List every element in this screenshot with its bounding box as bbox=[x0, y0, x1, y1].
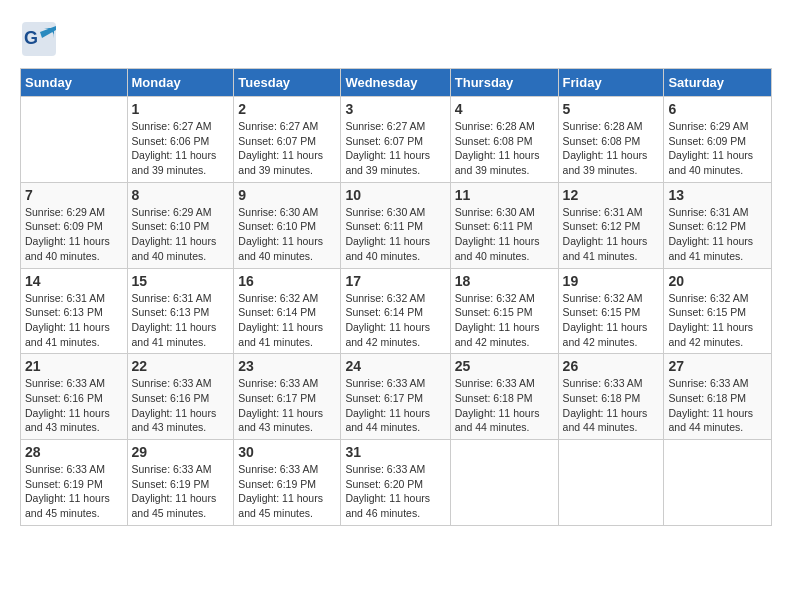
day-number: 18 bbox=[455, 273, 554, 289]
day-info: Sunrise: 6:33 AMSunset: 6:18 PMDaylight:… bbox=[668, 376, 767, 435]
calendar-cell: 24Sunrise: 6:33 AMSunset: 6:17 PMDayligh… bbox=[341, 354, 450, 440]
calendar-cell bbox=[558, 440, 664, 526]
calendar-cell: 29Sunrise: 6:33 AMSunset: 6:19 PMDayligh… bbox=[127, 440, 234, 526]
day-info: Sunrise: 6:28 AMSunset: 6:08 PMDaylight:… bbox=[563, 119, 660, 178]
calendar-cell: 3Sunrise: 6:27 AMSunset: 6:07 PMDaylight… bbox=[341, 97, 450, 183]
day-number: 13 bbox=[668, 187, 767, 203]
calendar-cell: 2Sunrise: 6:27 AMSunset: 6:07 PMDaylight… bbox=[234, 97, 341, 183]
day-info: Sunrise: 6:29 AMSunset: 6:09 PMDaylight:… bbox=[25, 205, 123, 264]
weekday-header-sunday: Sunday bbox=[21, 69, 128, 97]
day-info: Sunrise: 6:33 AMSunset: 6:19 PMDaylight:… bbox=[132, 462, 230, 521]
day-info: Sunrise: 6:31 AMSunset: 6:13 PMDaylight:… bbox=[25, 291, 123, 350]
day-number: 1 bbox=[132, 101, 230, 117]
day-info: Sunrise: 6:32 AMSunset: 6:14 PMDaylight:… bbox=[345, 291, 445, 350]
day-number: 11 bbox=[455, 187, 554, 203]
calendar-cell: 25Sunrise: 6:33 AMSunset: 6:18 PMDayligh… bbox=[450, 354, 558, 440]
day-number: 8 bbox=[132, 187, 230, 203]
calendar-cell: 10Sunrise: 6:30 AMSunset: 6:11 PMDayligh… bbox=[341, 182, 450, 268]
svg-text:G: G bbox=[24, 28, 38, 48]
calendar-cell bbox=[21, 97, 128, 183]
day-number: 5 bbox=[563, 101, 660, 117]
weekday-header-wednesday: Wednesday bbox=[341, 69, 450, 97]
day-number: 7 bbox=[25, 187, 123, 203]
day-number: 14 bbox=[25, 273, 123, 289]
day-number: 22 bbox=[132, 358, 230, 374]
calendar-cell: 6Sunrise: 6:29 AMSunset: 6:09 PMDaylight… bbox=[664, 97, 772, 183]
logo: G bbox=[20, 20, 58, 58]
day-info: Sunrise: 6:33 AMSunset: 6:16 PMDaylight:… bbox=[132, 376, 230, 435]
calendar-table: SundayMondayTuesdayWednesdayThursdayFrid… bbox=[20, 68, 772, 526]
day-info: Sunrise: 6:33 AMSunset: 6:18 PMDaylight:… bbox=[455, 376, 554, 435]
day-number: 24 bbox=[345, 358, 445, 374]
calendar-week-1: 1Sunrise: 6:27 AMSunset: 6:06 PMDaylight… bbox=[21, 97, 772, 183]
weekday-header-tuesday: Tuesday bbox=[234, 69, 341, 97]
calendar-cell: 23Sunrise: 6:33 AMSunset: 6:17 PMDayligh… bbox=[234, 354, 341, 440]
calendar-cell: 21Sunrise: 6:33 AMSunset: 6:16 PMDayligh… bbox=[21, 354, 128, 440]
day-info: Sunrise: 6:31 AMSunset: 6:12 PMDaylight:… bbox=[563, 205, 660, 264]
day-info: Sunrise: 6:28 AMSunset: 6:08 PMDaylight:… bbox=[455, 119, 554, 178]
day-info: Sunrise: 6:33 AMSunset: 6:16 PMDaylight:… bbox=[25, 376, 123, 435]
calendar-cell: 9Sunrise: 6:30 AMSunset: 6:10 PMDaylight… bbox=[234, 182, 341, 268]
day-info: Sunrise: 6:29 AMSunset: 6:10 PMDaylight:… bbox=[132, 205, 230, 264]
day-info: Sunrise: 6:30 AMSunset: 6:10 PMDaylight:… bbox=[238, 205, 336, 264]
calendar-cell: 13Sunrise: 6:31 AMSunset: 6:12 PMDayligh… bbox=[664, 182, 772, 268]
day-info: Sunrise: 6:31 AMSunset: 6:13 PMDaylight:… bbox=[132, 291, 230, 350]
day-info: Sunrise: 6:27 AMSunset: 6:07 PMDaylight:… bbox=[238, 119, 336, 178]
calendar-cell: 17Sunrise: 6:32 AMSunset: 6:14 PMDayligh… bbox=[341, 268, 450, 354]
day-number: 23 bbox=[238, 358, 336, 374]
day-info: Sunrise: 6:31 AMSunset: 6:12 PMDaylight:… bbox=[668, 205, 767, 264]
day-number: 17 bbox=[345, 273, 445, 289]
weekday-header-friday: Friday bbox=[558, 69, 664, 97]
day-info: Sunrise: 6:32 AMSunset: 6:15 PMDaylight:… bbox=[455, 291, 554, 350]
calendar-cell: 7Sunrise: 6:29 AMSunset: 6:09 PMDaylight… bbox=[21, 182, 128, 268]
calendar-cell: 4Sunrise: 6:28 AMSunset: 6:08 PMDaylight… bbox=[450, 97, 558, 183]
weekday-header-row: SundayMondayTuesdayWednesdayThursdayFrid… bbox=[21, 69, 772, 97]
calendar-cell bbox=[450, 440, 558, 526]
day-info: Sunrise: 6:30 AMSunset: 6:11 PMDaylight:… bbox=[455, 205, 554, 264]
day-number: 27 bbox=[668, 358, 767, 374]
day-info: Sunrise: 6:27 AMSunset: 6:07 PMDaylight:… bbox=[345, 119, 445, 178]
calendar-week-5: 28Sunrise: 6:33 AMSunset: 6:19 PMDayligh… bbox=[21, 440, 772, 526]
weekday-header-saturday: Saturday bbox=[664, 69, 772, 97]
day-number: 3 bbox=[345, 101, 445, 117]
weekday-header-monday: Monday bbox=[127, 69, 234, 97]
calendar-cell: 26Sunrise: 6:33 AMSunset: 6:18 PMDayligh… bbox=[558, 354, 664, 440]
day-info: Sunrise: 6:33 AMSunset: 6:20 PMDaylight:… bbox=[345, 462, 445, 521]
calendar-cell: 12Sunrise: 6:31 AMSunset: 6:12 PMDayligh… bbox=[558, 182, 664, 268]
day-info: Sunrise: 6:32 AMSunset: 6:15 PMDaylight:… bbox=[668, 291, 767, 350]
day-number: 31 bbox=[345, 444, 445, 460]
calendar-cell: 1Sunrise: 6:27 AMSunset: 6:06 PMDaylight… bbox=[127, 97, 234, 183]
day-number: 25 bbox=[455, 358, 554, 374]
day-number: 19 bbox=[563, 273, 660, 289]
day-info: Sunrise: 6:32 AMSunset: 6:14 PMDaylight:… bbox=[238, 291, 336, 350]
calendar-cell bbox=[664, 440, 772, 526]
calendar-cell: 14Sunrise: 6:31 AMSunset: 6:13 PMDayligh… bbox=[21, 268, 128, 354]
day-number: 16 bbox=[238, 273, 336, 289]
day-number: 9 bbox=[238, 187, 336, 203]
day-number: 6 bbox=[668, 101, 767, 117]
calendar-cell: 15Sunrise: 6:31 AMSunset: 6:13 PMDayligh… bbox=[127, 268, 234, 354]
calendar-week-3: 14Sunrise: 6:31 AMSunset: 6:13 PMDayligh… bbox=[21, 268, 772, 354]
day-info: Sunrise: 6:33 AMSunset: 6:17 PMDaylight:… bbox=[238, 376, 336, 435]
day-number: 28 bbox=[25, 444, 123, 460]
calendar-cell: 30Sunrise: 6:33 AMSunset: 6:19 PMDayligh… bbox=[234, 440, 341, 526]
page-header: G bbox=[20, 20, 772, 58]
day-number: 15 bbox=[132, 273, 230, 289]
day-number: 2 bbox=[238, 101, 336, 117]
calendar-cell: 22Sunrise: 6:33 AMSunset: 6:16 PMDayligh… bbox=[127, 354, 234, 440]
day-number: 4 bbox=[455, 101, 554, 117]
day-info: Sunrise: 6:30 AMSunset: 6:11 PMDaylight:… bbox=[345, 205, 445, 264]
day-info: Sunrise: 6:29 AMSunset: 6:09 PMDaylight:… bbox=[668, 119, 767, 178]
day-info: Sunrise: 6:33 AMSunset: 6:18 PMDaylight:… bbox=[563, 376, 660, 435]
day-number: 21 bbox=[25, 358, 123, 374]
calendar-cell: 28Sunrise: 6:33 AMSunset: 6:19 PMDayligh… bbox=[21, 440, 128, 526]
calendar-cell: 20Sunrise: 6:32 AMSunset: 6:15 PMDayligh… bbox=[664, 268, 772, 354]
calendar-cell: 11Sunrise: 6:30 AMSunset: 6:11 PMDayligh… bbox=[450, 182, 558, 268]
calendar-cell: 19Sunrise: 6:32 AMSunset: 6:15 PMDayligh… bbox=[558, 268, 664, 354]
calendar-cell: 8Sunrise: 6:29 AMSunset: 6:10 PMDaylight… bbox=[127, 182, 234, 268]
calendar-cell: 31Sunrise: 6:33 AMSunset: 6:20 PMDayligh… bbox=[341, 440, 450, 526]
day-number: 10 bbox=[345, 187, 445, 203]
calendar-week-4: 21Sunrise: 6:33 AMSunset: 6:16 PMDayligh… bbox=[21, 354, 772, 440]
day-info: Sunrise: 6:27 AMSunset: 6:06 PMDaylight:… bbox=[132, 119, 230, 178]
calendar-cell: 16Sunrise: 6:32 AMSunset: 6:14 PMDayligh… bbox=[234, 268, 341, 354]
